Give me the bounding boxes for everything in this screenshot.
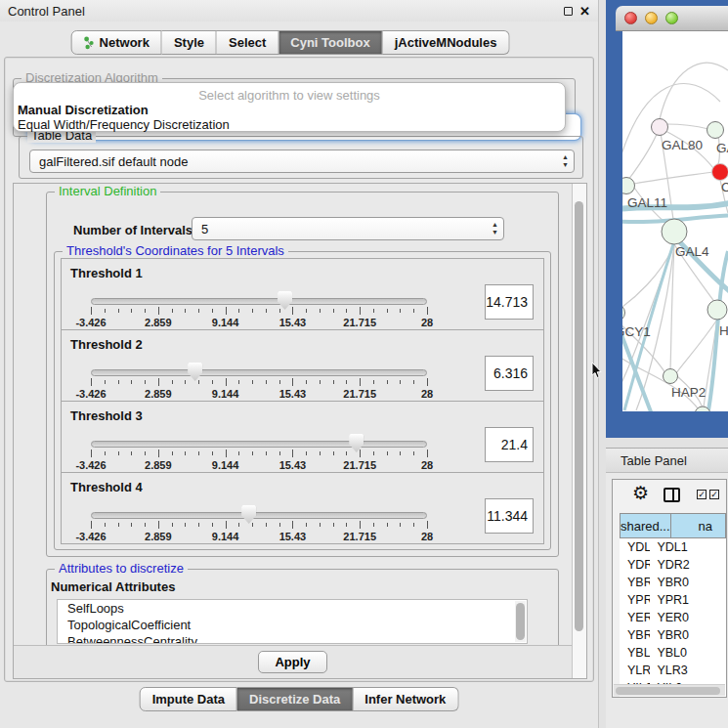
cell-shared-name[interactable]: YBL079W [620, 644, 650, 662]
network-node[interactable] [622, 305, 625, 321]
threshold-slider[interactable]: -3.4262.8599.14415.4321.71528 [91, 433, 427, 470]
network-node[interactable] [622, 178, 635, 194]
network-edge[interactable] [666, 124, 708, 129]
slider-track[interactable] [91, 512, 427, 519]
checkbox-icon[interactable]: ✓ [697, 490, 707, 499]
tab-label: Infer Network [364, 692, 446, 707]
tab-select[interactable]: Select [217, 30, 278, 55]
cell-name[interactable]: YER0 [650, 609, 726, 626]
tab-impute-data[interactable]: Impute Data [140, 687, 237, 711]
network-edge[interactable] [676, 320, 717, 373]
number-of-intervals-combo[interactable]: 5 ▲▼ [192, 217, 504, 240]
threshold-slider[interactable]: -3.4262.8599.14415.4321.71528 [91, 504, 427, 541]
cell-shared-name[interactable]: YBR043C [620, 574, 650, 591]
table-data-combo-value: galFiltered.sif default node [39, 154, 188, 169]
column-header[interactable]: na [671, 513, 726, 538]
threshold-label: Threshold 4 [70, 480, 143, 494]
cell-name[interactable]: YDR2 [650, 556, 726, 574]
cell-shared-name[interactable]: YLR345W [620, 662, 650, 679]
threshold-slider[interactable]: -3.4262.8599.14415.4321.71528 [91, 290, 427, 327]
cell-shared-name[interactable]: YER054C [620, 609, 650, 626]
columns-icon[interactable] [664, 488, 680, 502]
settings-scroll-area: Interval Definition Number of Intervals … [13, 183, 587, 679]
attributes-scrollbar[interactable] [515, 601, 526, 642]
threshold-row: Threshold 1-3.4262.8599.14415.4321.71528… [61, 258, 544, 330]
network-canvas[interactable]: GAL80GACGAL11GAL4GCY1HHAP2 [622, 31, 728, 411]
network-node[interactable] [662, 219, 687, 244]
cell-name[interactable]: YLR3 [650, 662, 726, 679]
table-row[interactable]: YLR345WYLR3 [620, 662, 726, 679]
attribute-item[interactable]: TopologicalCoefficient [58, 617, 527, 633]
threshold-value-box[interactable]: 14.713 [485, 284, 534, 320]
slider-track[interactable] [91, 298, 427, 305]
cell-name[interactable]: YPR1 [650, 591, 726, 609]
threshold-value-box[interactable]: 11.344 [485, 498, 534, 534]
table-row[interactable]: YDR27...YDR2 [620, 556, 726, 574]
table-row[interactable]: YBR045CYBR0 [620, 626, 726, 644]
cell-shared-name[interactable]: YDR27... [620, 556, 650, 574]
network-node[interactable] [652, 119, 668, 136]
attribute-item[interactable]: BetweennessCentrality [58, 633, 527, 644]
table-row[interactable]: YDL19...YDL1 [620, 538, 726, 556]
cell-name[interactable]: YBR0 [650, 574, 726, 591]
combo-spinner-icon[interactable]: ▲▼ [562, 153, 569, 169]
number-of-intervals-label: Number of Intervals [73, 223, 193, 237]
cell-shared-name[interactable]: YDL19... [620, 538, 650, 556]
cell-name[interactable]: YBL0 [650, 644, 726, 662]
threshold-slider[interactable]: -3.4262.8599.14415.4321.71528 [91, 362, 427, 399]
table-row[interactable]: YPR145WYPR1 [620, 591, 726, 609]
network-node[interactable] [707, 300, 727, 320]
tab-label: Style [174, 35, 204, 50]
network-node[interactable] [712, 164, 728, 181]
settings-scrollbar[interactable] [572, 184, 586, 678]
table-row[interactable]: YBR043CYBR0 [620, 574, 726, 591]
network-edge[interactable] [622, 244, 674, 310]
attribute-item[interactable]: SelfLoops [58, 600, 527, 617]
slider-track[interactable] [91, 369, 427, 376]
threshold-value-box[interactable]: 21.4 [485, 427, 534, 462]
table-panel-title: Table Panel [621, 453, 687, 468]
network-node[interactable] [664, 369, 678, 384]
numerical-attributes-list[interactable]: SelfLoopsTopologicalCoefficientBetweenne… [57, 599, 528, 644]
tab-discretize-data[interactable]: Discretize Data [237, 687, 353, 711]
close-icon[interactable]: ✕ [579, 7, 590, 16]
tick-label: 21.715 [343, 317, 376, 328]
tab-jactivemnodules[interactable]: jActiveMNodules [383, 30, 510, 55]
network-edge[interactable] [628, 127, 660, 180]
table-data-combo[interactable]: galFiltered.sif default node ▲▼ [29, 150, 575, 173]
network-edge[interactable] [634, 172, 712, 184]
close-traffic-light-icon[interactable] [624, 12, 637, 24]
control-panel-titlebar: Control Panel ✕ [0, 0, 598, 21]
zoom-traffic-light-icon[interactable] [665, 12, 678, 24]
cell-name[interactable]: YBR0 [650, 626, 726, 644]
cell-shared-name[interactable]: YPR145W [620, 591, 650, 609]
threshold-value-box[interactable]: 6.316 [485, 356, 534, 391]
column-header[interactable]: shared... [620, 513, 671, 538]
combo-spinner-icon[interactable]: ▲▼ [492, 221, 498, 236]
dropdown-item-manual-discretization[interactable]: Manual Discretization [18, 103, 149, 117]
threshold-row: Threshold 2-3.4262.8599.14415.4321.71528… [61, 329, 544, 402]
network-edge[interactable] [622, 84, 720, 178]
network-edge[interactable] [660, 63, 728, 119]
dropdown-item-equal-width-frequency[interactable]: Equal Width/Frequency Discretization [18, 117, 230, 132]
tab-network[interactable]: Network [71, 30, 162, 55]
tab-infer-network[interactable]: Infer Network [353, 687, 458, 711]
table-row[interactable]: YBL079WYBL0 [620, 644, 726, 662]
cell-shared-name[interactable]: YBR045C [620, 626, 650, 644]
cell-name[interactable]: YDL1 [650, 538, 726, 556]
minimize-traffic-light-icon[interactable] [645, 12, 658, 24]
tab-style[interactable]: Style [162, 30, 217, 55]
slider-track[interactable] [91, 441, 427, 448]
dropdown-placeholder-item[interactable]: Select algorithm to view settings [14, 88, 565, 103]
table-horizontal-scrollbar[interactable] [614, 684, 725, 696]
table-row[interactable]: YER054CYER0 [620, 609, 726, 626]
apply-button[interactable]: Apply [258, 651, 326, 673]
network-edge[interactable] [622, 354, 701, 411]
checkbox-icon[interactable]: ✓ [709, 490, 719, 499]
network-window-titlebar[interactable] [616, 6, 728, 31]
top-tab-bar: NetworkStyleSelectCyni ToolboxjActiveMNo… [71, 30, 510, 55]
float-window-icon[interactable] [564, 7, 573, 16]
tab-cyni-toolbox[interactable]: Cyni Toolbox [278, 30, 382, 55]
network-node[interactable] [707, 122, 724, 139]
gear-icon[interactable]: ⚙ [632, 482, 649, 504]
